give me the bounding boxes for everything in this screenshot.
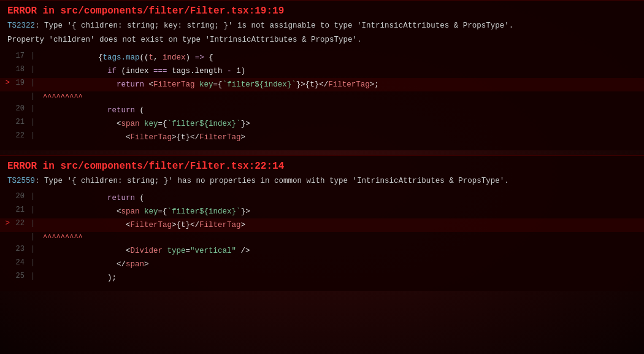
pipe-19: | [31, 79, 38, 87]
error-message-1: TS2322: Type '{ children: string; key: s… [0, 19, 644, 33]
line-indicator-21b [0, 206, 12, 214]
code-content-22a: <FilterTag>{t}</FilterTag> [38, 131, 644, 144]
caret-line-22: | ^^^^^^^^^ [0, 232, 644, 244]
pipe-20b: | [31, 192, 38, 201]
error-block-1: ERROR in src/components/filter/Filter.ts… [0, 0, 644, 150]
error-title-2: ERROR in src/components/filter/Filter.ts… [0, 156, 644, 174]
code-line-17: 17 | {tags.map((t, index) => { [0, 51, 644, 64]
pipe-25: | [31, 272, 38, 280]
pipe-17: | [31, 52, 38, 60]
line-indicator-20a [0, 104, 12, 113]
line-indicator-21a [0, 118, 12, 126]
line-indicator-18 [0, 65, 12, 74]
line-number-23: 23 [12, 245, 31, 253]
code-content-22b: <FilterTag>{t}</FilterTag> [38, 219, 644, 231]
pipe-21a: | [31, 118, 38, 126]
pipe-24: | [31, 258, 38, 267]
error-output-container: ERROR in src/components/filter/Filter.ts… [0, 0, 644, 291]
code-content-21b: <span key={`filter${index}`}> [38, 206, 644, 218]
code-line-20b: 20 | return ( [0, 191, 644, 205]
line-number-22b: 22 [12, 219, 31, 228]
line-number-22a: 22 [12, 131, 31, 140]
pipe-caret2: | [31, 233, 38, 241]
pipe-22a: | [31, 131, 38, 140]
code-line-22b: > 22 | <FilterTag>{t}</FilterTag> [0, 218, 644, 232]
pipe-23: | [31, 245, 38, 253]
line-indicator-caret [0, 92, 12, 101]
pipe-20a: | [31, 104, 38, 113]
line-indicator-23 [0, 245, 12, 253]
line-indicator-caret2 [0, 233, 12, 241]
code-line-21a: 21 | <span key={`filter${index}`}> [0, 117, 644, 131]
line-indicator-22b: > [0, 219, 12, 228]
code-line-21b: 21 | <span key={`filter${index}`}> [0, 205, 644, 218]
code-line-23: 23 | <Divider type="vertical" /> [0, 244, 644, 258]
pipe-caret: | [31, 92, 38, 101]
code-content-19: return <FilterTag key={`filter${index}`}… [38, 79, 644, 91]
code-content-23: <Divider type="vertical" /> [38, 245, 644, 257]
caret-content-22: ^^^^^^^^^ [38, 233, 83, 244]
line-indicator-20b [0, 192, 12, 201]
error-block-2: ERROR in src/components/filter/Filter.ts… [0, 155, 644, 291]
ts-code-2: TS2559: Type '{ children: string; }' has… [7, 177, 509, 185]
line-indicator-25 [0, 272, 12, 280]
line-number-17: 17 [12, 52, 31, 60]
code-line-22a: 22 | <FilterTag>{t}</FilterTag> [0, 131, 644, 144]
code-line-18: 18 | if (index === tags.length - 1) [0, 64, 644, 78]
line-indicator-17 [0, 52, 12, 60]
code-line-25: 25 | ); [0, 271, 644, 285]
line-number-20b: 20 [12, 192, 31, 201]
code-line-24: 24 | </span> [0, 258, 644, 271]
code-content-20b: return ( [38, 192, 644, 204]
line-number-caret2 [12, 233, 31, 241]
line-number-21b: 21 [12, 206, 31, 214]
line-number-25: 25 [12, 272, 31, 280]
code-line-20a: 20 | return ( [0, 104, 644, 117]
line-number-caret [12, 92, 31, 101]
code-content-24: </span> [38, 258, 644, 271]
caret-content-19: ^^^^^^^^^ [38, 92, 83, 103]
caret-line-19: | ^^^^^^^^^ [0, 91, 644, 104]
code-content-18: if (index === tags.length - 1) [38, 65, 644, 77]
line-indicator-19: > [0, 79, 12, 87]
pipe-22b: | [31, 219, 38, 228]
line-indicator-22a [0, 131, 12, 140]
pipe-18: | [31, 65, 38, 74]
code-content-25: ); [38, 272, 644, 284]
code-block-2: 20 | return ( 21 | <span key={`filter${i… [0, 191, 644, 291]
code-line-19: > 19 | return <FilterTag key={`filter${i… [0, 78, 644, 91]
code-content-17: {tags.map((t, index) => { [38, 52, 644, 64]
code-content-20a: return ( [38, 104, 644, 117]
line-number-21a: 21 [12, 118, 31, 126]
pipe-21b: | [31, 206, 38, 214]
line-number-24: 24 [12, 258, 31, 267]
error-message-1b: Property 'children' does not exist on ty… [0, 33, 644, 47]
error-title-1: ERROR in src/components/filter/Filter.ts… [0, 1, 644, 19]
code-content-21a: <span key={`filter${index}`}> [38, 118, 644, 130]
code-block-1: 17 | {tags.map((t, index) => { 18 | if (… [0, 51, 644, 150]
line-number-20a: 20 [12, 104, 31, 113]
error-message-2: TS2559: Type '{ children: string; }' has… [0, 174, 644, 188]
line-number-18: 18 [12, 65, 31, 74]
ts-code-1: TS2322: Type '{ children: string; key: s… [7, 21, 513, 30]
line-number-19: 19 [12, 79, 31, 87]
line-indicator-24 [0, 258, 12, 267]
